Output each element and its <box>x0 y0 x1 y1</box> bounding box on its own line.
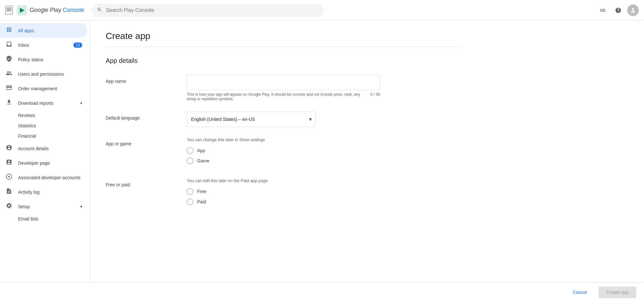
sidebar-label-order: Order management <box>18 86 57 91</box>
language-label: Default language <box>106 112 177 121</box>
sidebar-item-activity-log[interactable]: Activity log <box>0 185 87 199</box>
avatar[interactable] <box>627 5 639 16</box>
radio-app-label: App <box>197 148 205 153</box>
menu-icon[interactable] <box>5 5 13 15</box>
radio-game[interactable]: Game <box>187 158 461 164</box>
app-name-char-count: 0 / 50 <box>370 92 380 101</box>
app-or-game-control: You can change this later in Store setti… <box>187 137 461 168</box>
sidebar-item-setup[interactable]: Setup ▾ <box>0 199 87 214</box>
sidebar-sub-item-statistics[interactable]: Statistics <box>0 121 87 131</box>
radio-app-input[interactable] <box>187 147 193 154</box>
setup-collapse-icon: ▾ <box>80 204 82 209</box>
sidebar-item-developer-page[interactable]: Developer page <box>0 156 87 170</box>
sidebar-label-associated: Associated developer accounts <box>18 175 81 180</box>
help-icon-button[interactable] <box>612 4 625 17</box>
radio-game-input[interactable] <box>187 158 193 164</box>
sidebar-label-financial: Financial <box>18 133 36 139</box>
sidebar-item-inbox[interactable]: Inbox 13 <box>0 38 87 52</box>
radio-paid[interactable]: Paid <box>187 199 461 205</box>
sidebar-label-all-apps: All apps <box>18 28 34 33</box>
app-name-hint-row: This is how your app will appear on Goog… <box>187 92 380 101</box>
language-control: English (United States) – en-US Spanish … <box>187 112 461 127</box>
app-name-row: App name This is how your app will appea… <box>106 75 461 101</box>
radio-app[interactable]: App <box>187 147 461 154</box>
radio-paid-input[interactable] <box>187 199 193 205</box>
sidebar-item-users-permissions[interactable]: Users and permissions <box>0 67 87 81</box>
associated-dev-icon <box>5 173 13 181</box>
sidebar-sub-item-reviews[interactable]: Reviews <box>0 110 87 121</box>
sidebar-item-associated-dev[interactable]: Associated developer accounts <box>0 170 87 185</box>
activity-log-icon <box>5 188 13 196</box>
app-name-label: App name <box>106 75 177 84</box>
sidebar-item-policy-status[interactable]: Policy status <box>0 52 87 67</box>
app-or-game-hint: You can change this later in Store setti… <box>187 137 461 142</box>
sidebar-label-reviews: Reviews <box>18 113 35 118</box>
inbox-badge: 13 <box>73 43 82 48</box>
free-or-paid-row: Free or paid You can edit this later on … <box>106 178 461 209</box>
sidebar-item-account-details[interactable]: Account details <box>0 141 87 156</box>
sidebar-label-download: Download reports <box>18 101 53 106</box>
page-title: Create app <box>106 31 461 41</box>
cancel-button[interactable]: Cancel <box>565 287 595 298</box>
app-name-control: This is how your app will appear on Goog… <box>187 75 461 101</box>
sidebar-label-activity: Activity log <box>18 190 40 195</box>
language-select-wrapper: English (United States) – en-US Spanish … <box>187 112 316 127</box>
order-icon <box>5 84 13 93</box>
title-divider <box>106 46 461 47</box>
inbox-icon <box>5 41 13 49</box>
search-input[interactable] <box>106 7 319 13</box>
search-bar[interactable] <box>92 4 324 17</box>
radio-paid-label: Paid <box>197 199 206 204</box>
sidebar-label-users: Users and permissions <box>18 72 64 77</box>
sidebar-item-order-management[interactable]: Order management <box>0 81 87 96</box>
app-or-game-label: App or game <box>106 137 177 146</box>
sidebar-sub-item-email-lists[interactable]: Email lists <box>0 214 87 224</box>
header: Google Play Console <box>0 0 644 21</box>
section-title: App details <box>106 57 461 64</box>
sidebar-item-all-apps[interactable]: All apps <box>0 23 87 38</box>
free-or-paid-label: Free or paid <box>106 178 177 187</box>
play-console-logo-icon <box>17 5 27 15</box>
language-row: Default language English (United States)… <box>106 112 461 127</box>
search-icon <box>97 7 102 14</box>
free-or-paid-hint: You can edit this later on the Paid app … <box>187 178 461 183</box>
sidebar-label-statistics: Statistics <box>18 123 36 128</box>
setup-icon <box>5 202 13 210</box>
header-logo: Google Play Console <box>17 5 84 15</box>
footer: Cancel Create app <box>0 282 644 302</box>
sidebar-label-account: Account details <box>18 146 49 151</box>
svg-point-3 <box>8 176 10 178</box>
sidebar-item-download-reports[interactable]: Download reports ▾ <box>0 96 87 110</box>
radio-free-label: Free <box>197 189 207 194</box>
app-or-game-row: App or game You can change this later in… <box>106 137 461 168</box>
radio-free[interactable]: Free <box>187 188 461 195</box>
header-actions <box>596 4 639 17</box>
language-select[interactable]: English (United States) – en-US Spanish … <box>187 112 316 127</box>
sidebar: All apps Inbox 13 Policy status <box>0 21 90 282</box>
account-icon <box>5 144 13 152</box>
sidebar-label-inbox: Inbox <box>18 43 29 48</box>
download-reports-collapse-icon: ▾ <box>80 101 82 105</box>
developer-icon <box>5 159 13 167</box>
radio-free-input[interactable] <box>187 188 193 195</box>
body-layout: All apps Inbox 13 Policy status <box>0 21 644 282</box>
users-icon <box>5 70 13 78</box>
sidebar-label-email-lists: Email lists <box>18 216 38 221</box>
create-app-button[interactable]: Create app <box>599 287 636 298</box>
policy-icon <box>5 55 13 63</box>
app-name-input[interactable] <box>187 75 380 90</box>
radio-game-label: Game <box>197 158 209 163</box>
sidebar-label-setup: Setup <box>18 204 30 209</box>
sidebar-label-developer: Developer page <box>18 161 50 166</box>
sidebar-sub-item-financial[interactable]: Financial <box>0 131 87 141</box>
logo-text: Google Play Console <box>30 7 84 14</box>
app-name-hint: This is how your app will appear on Goog… <box>187 92 368 101</box>
main-content-area: Create app App details App name This is … <box>90 21 644 282</box>
sidebar-label-policy: Policy status <box>18 57 43 62</box>
all-apps-icon <box>5 26 13 34</box>
free-or-paid-control: You can edit this later on the Paid app … <box>187 178 461 209</box>
link-icon-button[interactable] <box>596 4 609 17</box>
download-icon <box>5 99 13 107</box>
